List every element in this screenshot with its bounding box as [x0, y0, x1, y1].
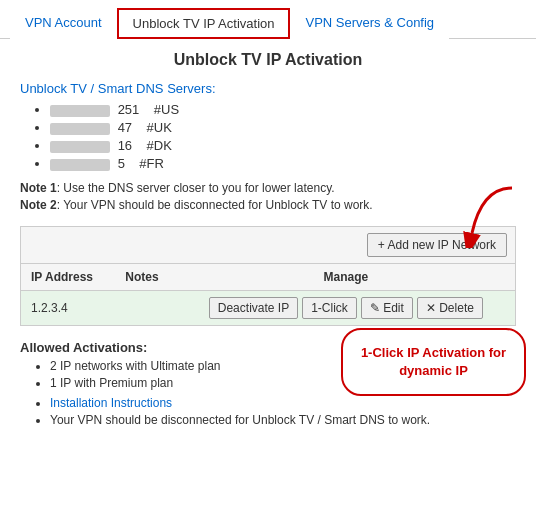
cell-ip-address: 1.2.3.4 [21, 291, 115, 326]
ip-hidden-uk [50, 123, 110, 135]
col-header-notes: Notes [115, 264, 176, 291]
col-header-ip: IP Address [21, 264, 115, 291]
bottom-note-item: Your VPN should be disconnected for Unbl… [50, 413, 516, 427]
server-item-dk: 16 #DK [50, 138, 516, 153]
tab-unblock-tv-ip[interactable]: Unblock TV IP Activation [117, 8, 291, 39]
server-count-dk: 16 [118, 138, 132, 153]
tab-bar: VPN Account Unblock TV IP Activation VPN… [0, 8, 536, 39]
server-item-us: 251 #US [50, 102, 516, 117]
x-icon: ✕ [426, 301, 436, 315]
ip-hidden-us [50, 105, 110, 117]
cell-notes [115, 291, 176, 326]
servers-subtitle: Unblock TV / Smart DNS Servers: [20, 81, 516, 96]
links-list: Installation Instructions Your VPN shoul… [20, 396, 516, 427]
note2-text: Your VPN should be disconnected for Unbl… [63, 198, 373, 212]
server-item-fr: 5 #FR [50, 156, 516, 171]
server-count-fr: 5 [118, 156, 125, 171]
arrow-annotation [442, 178, 522, 251]
table-actions-bar: Add new IP Network [21, 227, 515, 264]
pencil-icon: ✎ [370, 301, 380, 315]
ip-table: IP Address Notes Manage 1.2.3.4 Deactiva… [21, 264, 515, 325]
cell-manage: Deactivate IP 1-Click ✎ Edit ✕ Delete [177, 291, 515, 326]
server-list: 251 #US 47 #UK 16 #DK 5 #FR [20, 102, 516, 171]
ip-hidden-fr [50, 159, 110, 171]
server-count-uk: 47 [118, 120, 132, 135]
page-title: Unblock TV IP Activation [20, 51, 516, 69]
note2-label: Note 2 [20, 198, 57, 212]
server-region-dk: #DK [147, 138, 172, 153]
deactivate-ip-button[interactable]: Deactivate IP [209, 297, 298, 319]
table-row: 1.2.3.4 Deactivate IP 1-Click ✎ Edit [21, 291, 515, 326]
col-header-manage: Manage [177, 264, 515, 291]
callout-text: 1-Click IP Activation for dynamic IP [361, 345, 506, 378]
server-count-us: 251 [118, 102, 140, 117]
edit-button[interactable]: ✎ Edit [361, 297, 413, 319]
oneclick-button[interactable]: 1-Click [302, 297, 357, 319]
tab-vpn-account[interactable]: VPN Account [10, 8, 117, 39]
arrow-icon [442, 178, 522, 248]
delete-button[interactable]: ✕ Delete [417, 297, 483, 319]
server-region-us: #US [154, 102, 179, 117]
installation-instructions-link[interactable]: Installation Instructions [50, 396, 172, 410]
server-region-uk: #UK [147, 120, 172, 135]
installation-link-item: Installation Instructions [50, 396, 516, 410]
note1-label: Note 1 [20, 181, 57, 195]
server-item-uk: 47 #UK [50, 120, 516, 135]
manage-buttons-group: Deactivate IP 1-Click ✎ Edit ✕ Delete [187, 297, 505, 319]
callout-box: 1-Click IP Activation for dynamic IP [341, 328, 526, 396]
tab-vpn-servers[interactable]: VPN Servers & Config [290, 8, 449, 39]
ip-hidden-dk [50, 141, 110, 153]
note1-text: Use the DNS server closer to you for low… [63, 181, 334, 195]
server-region-fr: #FR [139, 156, 164, 171]
